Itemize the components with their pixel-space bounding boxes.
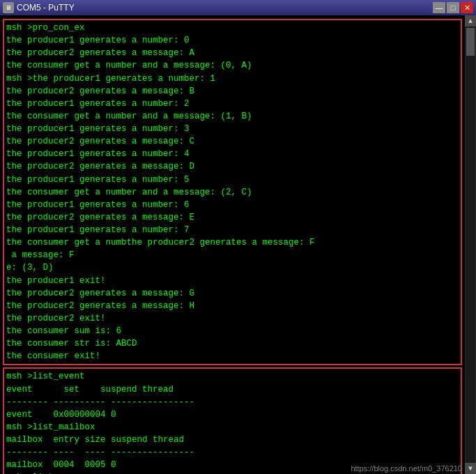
scrollbar-track[interactable] [466, 26, 475, 463]
line-11: the producer1 generates a number: 4 [6, 148, 459, 160]
title-bar-left: 🖥 COM5 - PuTTY [3, 2, 75, 13]
window-title: COM5 - PuTTY [17, 3, 75, 13]
line-5: msh >the producer1 generates a number: 1 [6, 72, 459, 85]
lower-line-1: msh >list_event [6, 370, 459, 383]
line-17: the producer1 generates a number: 7 [6, 224, 459, 236]
line-1: msh >pro_con_ex [6, 22, 459, 34]
line-2: the producer1 generates a number: 0 [6, 34, 459, 47]
line-12: the producer2 generates a message: D [6, 160, 459, 173]
lower-line-5: msh >list_mailbox [6, 421, 459, 434]
lower-line-6: mailbox entry size suspend thread [6, 434, 459, 446]
line-25: the consumer sum is: 6 [6, 325, 459, 337]
close-button[interactable]: ✕ [461, 2, 473, 13]
lower-line-7: -------- ---- ---- ---------------- [6, 446, 459, 459]
url-bar: https://blog.csdn.net/m0_376210 [351, 464, 462, 473]
terminal-upper-section: msh >pro_con_ex the producer1 generates … [3, 19, 462, 365]
window-controls: — □ ✕ [433, 2, 473, 13]
line-14: the consumer get a number and a message:… [6, 186, 459, 199]
scrollbar-thumb[interactable] [466, 28, 475, 56]
line-3: the producer2 generates a message: A [6, 47, 459, 59]
scroll-up-button[interactable]: ▲ [465, 15, 476, 26]
line-23: the producer2 generates a message: H [6, 300, 459, 312]
line-8: the consumer get a number and a message:… [6, 110, 459, 123]
line-22: the producer2 generates a message: G [6, 287, 459, 300]
scroll-down-button[interactable]: ▼ [465, 463, 476, 474]
line-15: the producer1 generates a number: 6 [6, 199, 459, 211]
line-9: the producer1 generates a number: 3 [6, 123, 459, 135]
line-10: the producer2 generates a message: C [6, 135, 459, 148]
line-16: the producer2 generates a message: E [6, 211, 459, 224]
line-4: the consumer get a number and a message:… [6, 59, 459, 72]
line-7: the producer1 generates a number: 2 [6, 98, 459, 110]
line-21: the producer1 exit! [6, 275, 459, 287]
line-19: a message: F [6, 249, 459, 261]
terminal-wrapper: msh >pro_con_ex the producer1 generates … [0, 15, 476, 474]
title-bar: 🖥 COM5 - PuTTY — □ ✕ [0, 0, 476, 15]
maximize-button[interactable]: □ [447, 2, 459, 13]
line-20: e: (3, D) [6, 261, 459, 274]
app-icon: 🖥 [3, 2, 14, 13]
line-24: the producer2 exit! [6, 312, 459, 325]
lower-line-3: -------- ---------- ---------------- [6, 396, 459, 408]
minimize-button[interactable]: — [433, 2, 445, 13]
lower-line-4: event 0x00000004 0 [6, 408, 459, 421]
line-26: the consumer str is: ABCD [6, 337, 459, 350]
terminal-lower-section: msh >list_event event set suspend thread… [3, 367, 462, 474]
line-13: the producer1 generates a number: 5 [6, 174, 459, 186]
line-6: the producer2 generates a message: B [6, 85, 459, 98]
terminal-content[interactable]: msh >pro_con_ex the producer1 generates … [0, 15, 465, 474]
line-18: the consumer get a numbthe producer2 gen… [6, 236, 459, 249]
window: 🖥 COM5 - PuTTY — □ ✕ msh >pro_con_ex the… [0, 0, 476, 474]
line-27: the consumer exit! [6, 350, 459, 362]
scrollbar[interactable]: ▲ ▼ [465, 15, 476, 474]
lower-line-2: event set suspend thread [6, 383, 459, 396]
